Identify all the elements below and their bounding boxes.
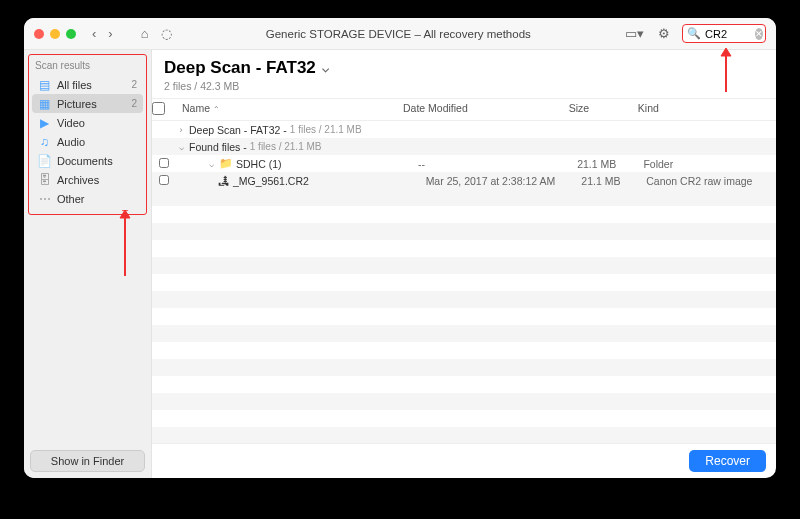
search-input[interactable] bbox=[705, 28, 751, 40]
file-name: SDHC (1) bbox=[236, 158, 282, 170]
category-icon: 📄 bbox=[38, 154, 51, 168]
group-meta: 1 files / 21.1 MB bbox=[250, 141, 322, 152]
scan-results-group: Scan results ▤ All files 2▦ Pictures 2▶ … bbox=[28, 54, 147, 215]
row-checkbox[interactable] bbox=[159, 158, 169, 168]
category-icon: ▶ bbox=[38, 116, 51, 130]
file-list: › Deep Scan - FAT32 - 1 files / 21.1 MB … bbox=[152, 121, 776, 443]
file-kind: Canon CR2 raw image bbox=[646, 175, 776, 187]
col-date[interactable]: Date Modified bbox=[403, 102, 569, 117]
category-icon: ▤ bbox=[38, 78, 51, 92]
search-icon: 🔍 bbox=[687, 27, 701, 40]
sidebar-item-count: 2 bbox=[131, 98, 137, 109]
main-pane: Deep Scan - FAT32 ⌵ 2 files / 42.3 MB Na… bbox=[152, 50, 776, 478]
folder-icon: 📁 bbox=[219, 157, 233, 170]
file-date: Mar 25, 2017 at 2:38:12 AM bbox=[426, 175, 582, 187]
sidebar-item-audio[interactable]: ♫ Audio bbox=[32, 132, 143, 151]
sidebar-item-pictures[interactable]: ▦ Pictures 2 bbox=[32, 94, 143, 113]
traffic-lights bbox=[34, 29, 76, 39]
recover-button[interactable]: Recover bbox=[689, 450, 766, 472]
titlebar: ‹ › ⌂ ◌ Generic STORAGE DEVICE – All rec… bbox=[24, 18, 776, 50]
sidebar-item-label: Video bbox=[57, 117, 137, 129]
category-icon: ♫ bbox=[38, 135, 51, 149]
disclosure-icon[interactable]: ⌵ bbox=[206, 159, 216, 169]
group-label: Found files - bbox=[189, 141, 247, 153]
sidebar-item-archives[interactable]: 🗄 Archives bbox=[32, 170, 143, 189]
col-kind[interactable]: Kind bbox=[638, 102, 776, 117]
sidebar-item-label: Other bbox=[57, 193, 137, 205]
home-button[interactable]: ⌂ bbox=[139, 26, 151, 41]
minimize-window[interactable] bbox=[50, 29, 60, 39]
main-subtitle: 2 files / 42.3 MB bbox=[164, 80, 766, 92]
disclosure-icon[interactable]: › bbox=[176, 125, 186, 135]
view-mode-button[interactable]: ▭▾ bbox=[623, 26, 646, 41]
group-meta: 1 files / 21.1 MB bbox=[290, 124, 362, 135]
file-size: 21.1 MB bbox=[577, 158, 643, 170]
close-window[interactable] bbox=[34, 29, 44, 39]
file-date: -- bbox=[418, 158, 577, 170]
category-icon: ▦ bbox=[38, 97, 51, 111]
search-field-wrap: 🔍 ✕ bbox=[682, 24, 766, 43]
sidebar-section-label: Scan results bbox=[29, 58, 146, 75]
window-title: Generic STORAGE DEVICE – All recovery me… bbox=[182, 28, 615, 40]
forward-button[interactable]: › bbox=[106, 26, 114, 41]
file-icon: 🏞 bbox=[218, 175, 230, 187]
scan-progress-button[interactable]: ◌ bbox=[159, 26, 174, 41]
sort-indicator-icon: ⌃ bbox=[213, 105, 220, 114]
col-name[interactable]: Name⌃ bbox=[176, 102, 403, 117]
sidebar-item-label: Pictures bbox=[57, 98, 125, 110]
sidebar-item-other[interactable]: ⋯ Other bbox=[32, 189, 143, 208]
select-all-checkbox[interactable] bbox=[152, 102, 165, 115]
file-row[interactable]: 🏞 _MG_9561.CR2 Mar 25, 2017 at 2:38:12 A… bbox=[152, 172, 776, 189]
sidebar-item-video[interactable]: ▶ Video bbox=[32, 113, 143, 132]
sidebar-item-label: Archives bbox=[57, 174, 137, 186]
sidebar-item-all-files[interactable]: ▤ All files 2 bbox=[32, 75, 143, 94]
sidebar-item-count: 2 bbox=[131, 79, 137, 90]
sidebar-item-label: Documents bbox=[57, 155, 137, 167]
show-in-finder-button[interactable]: Show in Finder bbox=[30, 450, 145, 472]
file-name: _MG_9561.CR2 bbox=[233, 175, 309, 187]
sidebar: Scan results ▤ All files 2▦ Pictures 2▶ … bbox=[24, 50, 152, 478]
group-row[interactable]: › Deep Scan - FAT32 - 1 files / 21.1 MB bbox=[152, 121, 776, 138]
file-kind: Folder bbox=[643, 158, 776, 170]
category-icon: ⋯ bbox=[38, 192, 51, 206]
chevron-down-icon[interactable]: ⌵ bbox=[322, 61, 329, 75]
filter-button[interactable]: ⚙ bbox=[656, 26, 672, 41]
col-size[interactable]: Size bbox=[569, 102, 638, 117]
row-checkbox[interactable] bbox=[159, 175, 169, 185]
main-title: Deep Scan - FAT32 ⌵ bbox=[164, 58, 766, 78]
file-size: 21.1 MB bbox=[581, 175, 646, 187]
app-window: ‹ › ⌂ ◌ Generic STORAGE DEVICE – All rec… bbox=[24, 18, 776, 478]
zoom-window[interactable] bbox=[66, 29, 76, 39]
sidebar-item-label: Audio bbox=[57, 136, 137, 148]
file-row[interactable]: ⌵ 📁 SDHC (1) -- 21.1 MB Folder bbox=[152, 155, 776, 172]
column-headers: Name⌃ Date Modified Size Kind bbox=[152, 98, 776, 121]
main-title-text: Deep Scan - FAT32 bbox=[164, 58, 316, 78]
disclosure-icon[interactable]: ⌵ bbox=[176, 142, 186, 152]
clear-search-button[interactable]: ✕ bbox=[755, 28, 763, 40]
group-label: Deep Scan - FAT32 - bbox=[189, 124, 287, 136]
back-button[interactable]: ‹ bbox=[90, 26, 98, 41]
sidebar-item-label: All files bbox=[57, 79, 125, 91]
category-icon: 🗄 bbox=[38, 173, 51, 187]
group-row[interactable]: ⌵ Found files - 1 files / 21.1 MB bbox=[152, 138, 776, 155]
sidebar-item-documents[interactable]: 📄 Documents bbox=[32, 151, 143, 170]
